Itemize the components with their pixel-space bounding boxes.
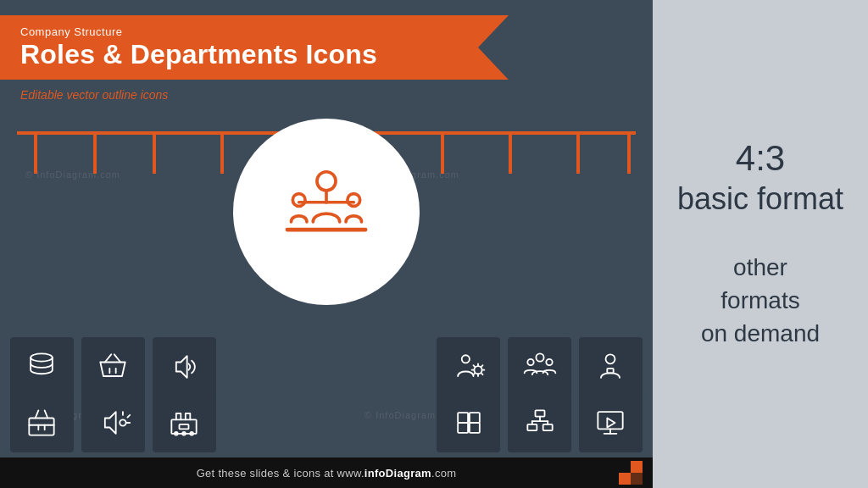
svg-point-6 [527,359,533,365]
svg-rect-46 [631,461,643,473]
svg-rect-27 [535,410,544,416]
svg-rect-22 [180,424,189,430]
other-line2: formats [701,284,820,317]
bottom-bar-text: Get these slides & icons at www.infoDiag… [197,467,457,480]
org-v-line-3 [153,131,156,174]
sidebar: 4:3 basic format other formats on demand [653,0,868,488]
svg-rect-9 [608,369,614,374]
format-info: 4:3 basic format [677,137,843,217]
svg-point-4 [474,366,481,374]
other-line3: on demand [701,317,820,350]
empty-cell-6 [365,393,429,452]
person-icon-cell [579,337,643,396]
basket2-icon-cell [10,393,74,452]
org-v-line-7 [509,131,512,174]
main-section: Company Structure Roles & Departments Ic… [0,0,653,488]
factory-icon-cell [153,393,216,452]
svg-point-40 [348,194,360,207]
other-line1: other [701,251,820,284]
editable-label: Editable vector outline icons [20,88,653,102]
title-banner: Company Structure Roles & Departments Ic… [0,15,509,80]
megaphone-icon-cell [81,393,145,452]
svg-rect-26 [470,413,480,423]
org-v-line-6 [441,131,444,174]
svg-rect-25 [458,413,468,423]
empty-cell-3 [365,337,429,396]
svg-point-0 [31,353,53,361]
svg-point-5 [536,353,543,361]
icon-row-1 [0,337,653,396]
infodiagram-logo [619,461,643,485]
svg-marker-37 [608,419,615,428]
org-v-line-4 [220,131,224,174]
database-icon-cell [10,337,74,396]
svg-point-38 [317,172,336,191]
svg-rect-24 [470,423,480,433]
team-icon-cell [508,337,571,396]
empty-cell-5 [294,393,358,452]
flowchart-icon-cell [508,393,571,452]
bottom-bar: Get these slides & icons at www.infoDiag… [0,458,653,488]
svg-rect-23 [458,423,468,433]
svg-rect-10 [30,419,54,435]
svg-rect-45 [619,473,631,485]
marketing-icon-cell [153,337,216,396]
person-settings-icon-cell [437,337,500,396]
monitor-icon-cell [579,393,643,452]
svg-point-7 [546,359,552,365]
empty-cell-1 [224,337,287,396]
banner-subtitle: Company Structure [20,25,492,38]
center-org-icon [275,159,377,264]
svg-rect-28 [527,424,537,430]
center-circle [233,119,420,305]
svg-line-16 [128,415,131,418]
other-formats-info: other formats on demand [701,251,820,351]
org-v-line-2 [93,131,97,174]
banner-title: Roles & Departments Icons [20,40,492,69]
empty-cell-2 [294,337,358,396]
svg-rect-29 [542,424,552,430]
format-label: basic format [677,180,843,217]
svg-point-39 [292,194,305,207]
format-ratio: 4:3 [677,137,843,180]
org-v-line-1 [34,131,37,174]
svg-point-8 [606,354,615,363]
boxes-icon-cell [437,393,500,452]
org-v-line-9 [627,131,631,174]
svg-rect-47 [631,473,643,485]
icon-row-2 [0,393,653,452]
empty-cell-4 [224,393,287,452]
svg-point-3 [461,355,469,363]
svg-point-14 [120,419,126,425]
org-v-line-8 [576,131,580,174]
shopping-basket-icon-cell [81,337,145,396]
